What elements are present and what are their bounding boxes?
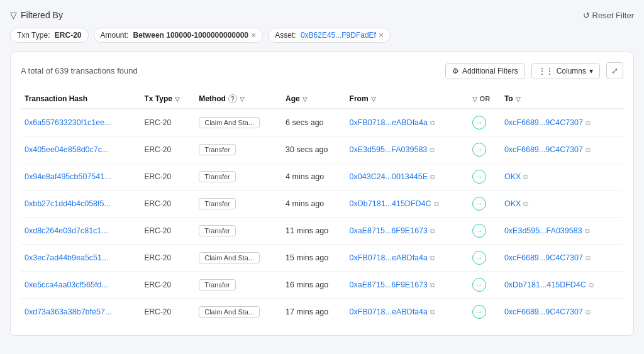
chip-asset-value[interactable]: 0xB62E45...F9DFadEf [301, 31, 376, 40]
from-address-link[interactable]: 0xE3d595...FA039583 [350, 145, 428, 154]
copy-to-icon[interactable]: ⧉ [586, 308, 591, 316]
tx-hash-link[interactable]: 0x405ee04e858d0c7c... [25, 145, 108, 154]
cell-method: Transfer [195, 218, 282, 245]
chip-asset: Asset: 0xB62E45...F9DFadEf × [268, 28, 391, 43]
tx-hash-link[interactable]: 0xd73a363a38b7bfe57... [25, 307, 111, 316]
copy-to-icon[interactable]: ⧉ [586, 254, 591, 262]
from-address-link[interactable]: 0x043C24...0013445E [350, 172, 428, 181]
method-badge: Claim And Sta... [199, 306, 260, 318]
from-address-link[interactable]: 0xDb7181...415DFD4C [350, 199, 431, 208]
age-sort-icon[interactable]: ▽ [303, 96, 308, 102]
copy-from-icon[interactable]: ⧉ [434, 200, 439, 208]
copy-to-icon[interactable]: ⧉ [523, 200, 528, 208]
txtype-sort-icon[interactable]: ▽ [175, 96, 180, 102]
col-header-method: Method ? ▽ [195, 89, 282, 109]
cell-age: 11 mins ago [282, 218, 345, 245]
cell-txhash: 0xbb27c1dd4b4c058f5... [21, 191, 140, 218]
to-address-link[interactable]: 0xE3d595...FA039583 [504, 226, 582, 235]
cell-to: 0xE3d595...FA039583⧉ [501, 218, 623, 245]
tx-hash-link[interactable]: 0xd8c264e03d7c81c1... [25, 226, 108, 235]
columns-button[interactable]: ⋮⋮ Columns ▾ [531, 63, 600, 79]
copy-to-icon[interactable]: ⧉ [586, 146, 591, 154]
or-filter-icon: ▽ [472, 96, 477, 102]
tx-hash-link[interactable]: 0x94e8af495cb507541... [25, 172, 111, 181]
additional-filters-label: Additional Filters [462, 67, 518, 75]
tx-hash-link[interactable]: 0xbb27c1dd4b4c058f5... [25, 199, 111, 208]
to-address-link[interactable]: 0xcF6689...9C4C7307 [504, 118, 583, 127]
cell-to: 0xcF6689...9C4C7307⧉ [501, 109, 623, 136]
table-row: 0x94e8af495cb507541...ERC-20Transfer4 mi… [21, 163, 623, 191]
cell-txtype: ERC-20 [140, 191, 195, 218]
cell-txtype: ERC-20 [140, 136, 195, 163]
tx-hash-link[interactable]: 0x3ec7ad44b9ea5c51... [25, 253, 108, 262]
to-address-link[interactable]: 0xDb7181...415DFD4C [504, 280, 586, 289]
arrow-icon: → [472, 224, 486, 238]
cell-age: 4 mins ago [282, 163, 345, 191]
expand-button[interactable]: ⤢ [606, 62, 623, 79]
to-address-link[interactable]: OKX [504, 199, 521, 208]
card-header: A total of 639 transactions found ⚙ Addi… [21, 62, 623, 79]
cell-txhash: 0x405ee04e858d0c7c... [21, 136, 140, 163]
tx-hash-link[interactable]: 0xe5cca4aa03cf565fd... [25, 280, 108, 289]
filter-bar-label: Filtered By [21, 10, 63, 20]
copy-from-icon[interactable]: ⧉ [430, 254, 435, 262]
copy-to-icon[interactable]: ⧉ [585, 227, 590, 235]
from-address-link[interactable]: 0xaE8715...6F9E1673 [350, 280, 428, 289]
copy-from-icon[interactable]: ⧉ [430, 308, 435, 316]
copy-from-icon[interactable]: ⧉ [430, 281, 435, 289]
sliders-icon: ⚙ [452, 67, 459, 75]
chip-amount-remove[interactable]: × [251, 31, 256, 40]
cell-from: 0xaE8715...6F9E1673⧉ [346, 272, 469, 299]
copy-to-icon[interactable]: ⧉ [586, 119, 591, 127]
reset-icon: ↺ [583, 11, 590, 20]
copy-to-icon[interactable]: ⧉ [523, 173, 528, 181]
additional-filters-button[interactable]: ⚙ Additional Filters [445, 63, 525, 79]
method-badge: Transfer [199, 225, 236, 236]
cell-txtype: ERC-20 [140, 163, 195, 191]
from-filter-icon[interactable]: ▽ [371, 96, 376, 102]
cell-from: 0xaE8715...6F9E1673⧉ [346, 218, 469, 245]
cell-from: 0xE3d595...FA039583⧉ [346, 136, 469, 163]
cell-arrow: → [469, 191, 501, 218]
table-row: 0xbb27c1dd4b4c058f5...ERC-20Transfer4 mi… [21, 191, 623, 218]
to-address-link[interactable]: 0xcF6689...9C4C7307 [504, 307, 583, 316]
table-row: 0xe5cca4aa03cf565fd...ERC-20Transfer16 m… [21, 272, 623, 299]
from-address-link[interactable]: 0xFB0718...eABDfa4a [350, 118, 428, 127]
tx-hash-link[interactable]: 0x6a557633230f1c1ee... [25, 118, 111, 127]
reset-filter-button[interactable]: ↺ Reset Filter [583, 11, 634, 20]
copy-from-icon[interactable]: ⧉ [430, 146, 435, 154]
columns-label: Columns [557, 67, 586, 75]
cell-age: 30 secs ago [282, 136, 345, 163]
transaction-summary: A total of 639 transactions found [21, 66, 138, 75]
table-row: 0x3ec7ad44b9ea5c51...ERC-20Claim And Sta… [21, 245, 623, 272]
to-address-link[interactable]: 0xcF6689...9C4C7307 [504, 145, 583, 154]
main-card: A total of 639 transactions found ⚙ Addi… [10, 52, 634, 336]
cell-arrow: → [469, 163, 501, 191]
cell-from: 0xFB0718...eABDfa4a⧉ [346, 245, 469, 272]
cell-age: 15 mins ago [282, 245, 345, 272]
cell-txtype: ERC-20 [140, 299, 195, 326]
arrow-icon: → [472, 251, 486, 265]
card-actions: ⚙ Additional Filters ⋮⋮ Columns ▾ ⤢ [445, 62, 623, 79]
copy-to-icon[interactable]: ⧉ [589, 281, 594, 289]
method-info-icon[interactable]: ? [228, 94, 237, 103]
copy-from-icon[interactable]: ⧉ [430, 227, 435, 235]
from-address-link[interactable]: 0xFB0718...eABDfa4a [350, 253, 428, 262]
to-address-link[interactable]: OKX [504, 172, 521, 181]
chip-asset-remove[interactable]: × [379, 31, 384, 40]
reset-filter-label: Reset Filter [592, 11, 634, 20]
table-header-row: Transaction Hash Tx Type ▽ Method ? ▽ [21, 89, 623, 109]
cell-txtype: ERC-20 [140, 109, 195, 136]
col-header-or: ▽ OR [469, 89, 501, 109]
cell-arrow: → [469, 136, 501, 163]
method-filter-icon[interactable]: ▽ [240, 96, 245, 102]
copy-from-icon[interactable]: ⧉ [430, 173, 435, 181]
copy-from-icon[interactable]: ⧉ [430, 119, 435, 127]
from-address-link[interactable]: 0xFB0718...eABDfa4a [350, 307, 428, 316]
chip-txn-type-value: ERC-20 [55, 31, 82, 40]
arrow-icon: → [472, 143, 486, 157]
to-address-link[interactable]: 0xcF6689...9C4C7307 [504, 253, 583, 262]
to-filter-icon[interactable]: ▽ [516, 96, 521, 102]
from-address-link[interactable]: 0xaE8715...6F9E1673 [350, 226, 428, 235]
chip-txn-type: Txn Type: ERC-20 [10, 28, 89, 43]
